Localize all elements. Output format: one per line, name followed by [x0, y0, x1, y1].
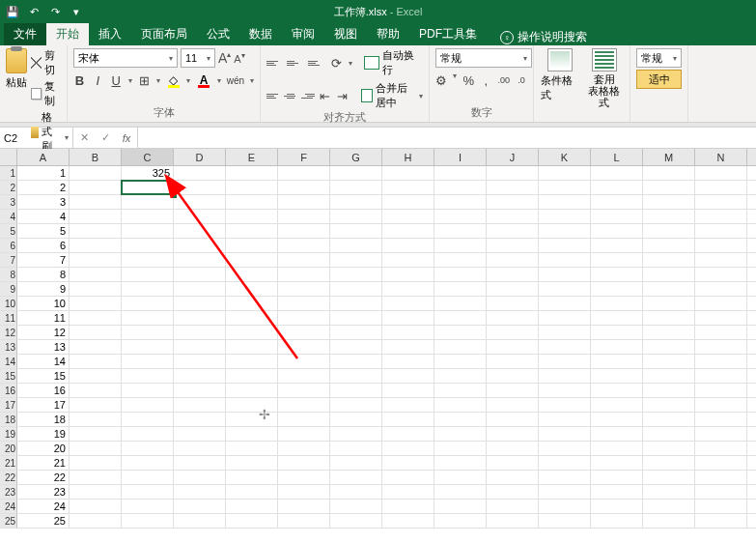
cell[interactable] — [539, 210, 591, 223]
chevron-down-icon[interactable]: ▾ — [156, 76, 160, 85]
cell[interactable] — [382, 384, 434, 397]
cell[interactable] — [278, 166, 330, 180]
cut-button[interactable]: 剪切 — [31, 48, 61, 77]
tab-review[interactable]: 审阅 — [282, 22, 324, 45]
col-header-F[interactable]: F — [278, 149, 330, 165]
cell[interactable] — [434, 297, 487, 310]
cell[interactable] — [643, 166, 695, 180]
cell[interactable]: 22 — [17, 471, 70, 484]
cell[interactable] — [278, 384, 330, 397]
cell[interactable] — [487, 224, 539, 238]
cell[interactable] — [70, 195, 122, 209]
border-button[interactable]: ⊞ — [138, 71, 151, 89]
cell[interactable] — [278, 340, 330, 354]
cell[interactable] — [591, 340, 643, 354]
cell[interactable] — [591, 413, 643, 426]
cell[interactable] — [226, 398, 278, 412]
cell[interactable] — [539, 224, 591, 238]
cell[interactable] — [278, 398, 330, 412]
cell[interactable] — [695, 326, 747, 339]
cell[interactable] — [382, 326, 434, 339]
row-header[interactable]: 4 — [0, 210, 17, 223]
decrease-decimal-button[interactable]: .0 — [516, 71, 527, 89]
tab-data[interactable]: 数据 — [239, 22, 282, 45]
cell[interactable] — [174, 355, 226, 368]
cell[interactable] — [70, 442, 122, 455]
cell[interactable] — [695, 210, 747, 223]
cell[interactable] — [122, 398, 174, 412]
align-top-button[interactable] — [266, 55, 283, 71]
cell[interactable] — [695, 384, 747, 397]
cell[interactable] — [70, 456, 122, 470]
col-header-M[interactable]: M — [643, 149, 695, 165]
cell[interactable] — [695, 355, 747, 368]
cell[interactable] — [591, 485, 643, 499]
cell[interactable] — [174, 326, 226, 339]
cell[interactable] — [226, 311, 278, 325]
cell-style-combo[interactable]: 常规▾ — [636, 48, 682, 68]
cell[interactable] — [695, 398, 747, 412]
cell[interactable] — [278, 471, 330, 484]
cell[interactable] — [174, 239, 226, 252]
cell[interactable] — [174, 485, 226, 499]
cell[interactable] — [487, 500, 539, 513]
col-header-H[interactable]: H — [382, 149, 434, 165]
cell[interactable] — [591, 456, 643, 470]
cell[interactable] — [330, 210, 382, 223]
row-header[interactable]: 1 — [0, 166, 17, 180]
cell[interactable] — [382, 442, 434, 455]
cell[interactable]: 10 — [17, 297, 70, 310]
cell[interactable] — [434, 282, 487, 296]
chevron-down-icon[interactable]: ▾ — [250, 76, 254, 85]
cell[interactable] — [434, 456, 487, 470]
cell[interactable] — [434, 355, 487, 368]
formula-input[interactable] — [138, 128, 756, 148]
cell[interactable] — [278, 195, 330, 209]
cell[interactable] — [643, 311, 695, 325]
row-header[interactable]: 20 — [0, 442, 17, 455]
cell[interactable] — [122, 311, 174, 325]
row-header[interactable]: 8 — [0, 268, 17, 281]
fx-button[interactable]: fx — [116, 132, 137, 144]
cell[interactable] — [487, 514, 539, 528]
cell[interactable] — [643, 427, 695, 441]
save-icon[interactable]: 💾 — [6, 5, 19, 18]
cell[interactable] — [382, 181, 434, 194]
row-header[interactable]: 6 — [0, 239, 17, 252]
cell[interactable] — [539, 471, 591, 484]
cell[interactable] — [330, 471, 382, 484]
cell[interactable] — [434, 471, 487, 484]
wrap-text-button[interactable]: 自动换行 — [364, 48, 423, 77]
row-header[interactable]: 22 — [0, 471, 17, 484]
cell[interactable] — [643, 340, 695, 354]
cell[interactable] — [70, 282, 122, 296]
cell[interactable] — [434, 500, 487, 513]
cell[interactable] — [122, 384, 174, 397]
cell[interactable] — [695, 485, 747, 499]
cell[interactable] — [122, 340, 174, 354]
row-header[interactable]: 24 — [0, 500, 17, 513]
row-header[interactable]: 2 — [0, 181, 17, 194]
cell[interactable] — [278, 326, 330, 339]
font-name-combo[interactable]: 宋体▾ — [73, 48, 178, 68]
cell[interactable] — [695, 166, 747, 180]
cell[interactable] — [70, 369, 122, 383]
cell[interactable] — [70, 340, 122, 354]
font-color-button[interactable]: A — [196, 71, 211, 89]
cell[interactable] — [643, 224, 695, 238]
cell[interactable] — [591, 166, 643, 180]
cell[interactable]: 3 — [17, 195, 70, 209]
cell[interactable] — [643, 195, 695, 209]
cell[interactable] — [487, 369, 539, 383]
cell[interactable] — [382, 427, 434, 441]
tell-me-search[interactable]: ♀ 操作说明搜索 — [500, 29, 587, 45]
cell[interactable] — [382, 210, 434, 223]
fill-color-button[interactable]: ◇ — [166, 71, 182, 89]
cell[interactable] — [695, 224, 747, 238]
cell[interactable] — [122, 239, 174, 252]
tab-home[interactable]: 开始 — [46, 22, 89, 45]
cell[interactable] — [695, 413, 747, 426]
cell[interactable] — [643, 485, 695, 499]
cell[interactable] — [643, 398, 695, 412]
cell[interactable] — [539, 384, 591, 397]
